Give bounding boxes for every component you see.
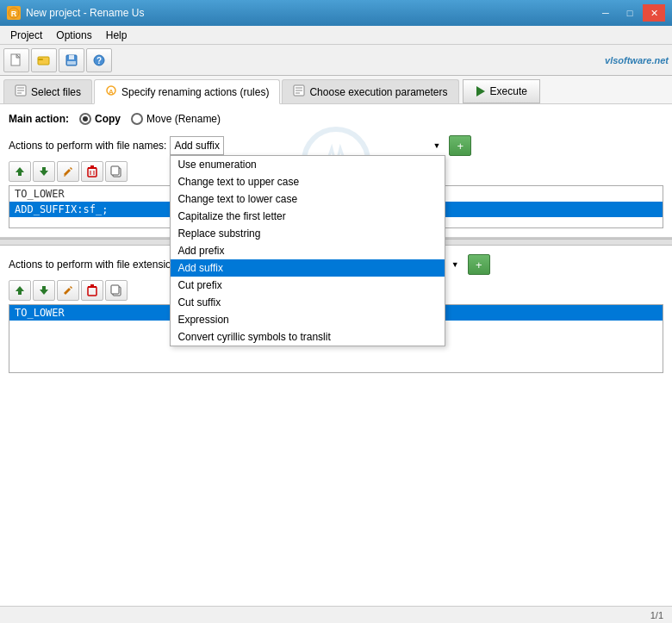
menu-help[interactable]: Help [99, 28, 134, 43]
menu-options[interactable]: Options [49, 28, 98, 43]
svg-rect-35 [18, 291, 22, 295]
svg-marker-34 [16, 286, 24, 291]
file-names-section: Actions to perform with file names: Add … [9, 135, 663, 228]
new-button[interactable] [3, 48, 29, 72]
choose-params-tab-icon [293, 84, 305, 99]
svg-rect-42 [111, 285, 119, 294]
window-controls: ─ □ ✕ [594, 4, 665, 22]
ext-edit-button[interactable] [57, 280, 79, 301]
title-bar: R New project - Rename Us ─ □ ✕ [0, 0, 672, 26]
execute-button[interactable]: Execute [463, 79, 540, 103]
upper-panel: Main action: Copy Move (Rename) Actions … [0, 104, 672, 239]
add-file-name-action-button[interactable]: + [449, 135, 471, 156]
dropdown-item-lower-case[interactable]: Change text to lower case [171, 190, 445, 208]
specify-actions-tab-icon: A [105, 84, 117, 99]
file-names-dropdown-list: Use enumeration Change text to upper cas… [170, 155, 445, 346]
svg-text:A: A [109, 88, 114, 96]
dropdown-item-replace[interactable]: Replace substring [171, 225, 445, 242]
svg-rect-8 [67, 61, 76, 65]
svg-rect-37 [42, 286, 46, 290]
move-radio-label: Move (Rename) [146, 113, 221, 125]
copy-radio-dot [79, 113, 91, 125]
status-text: 1/1 [650, 610, 663, 620]
select-files-tab-icon [15, 84, 27, 99]
ext-delete-button[interactable] [81, 280, 103, 301]
minimize-button[interactable]: ─ [594, 4, 617, 22]
move-up-button[interactable] [9, 161, 31, 182]
move-radio[interactable]: Move (Rename) [131, 113, 221, 125]
svg-rect-4 [38, 57, 49, 65]
toolbar: ? vlsoftware.net [0, 45, 672, 76]
svg-text:?: ? [96, 56, 102, 65]
file-names-section-label: Actions to perform with file names: [9, 140, 166, 152]
move-radio-dot [131, 113, 143, 125]
ext-copy-button[interactable] [105, 280, 128, 301]
copy-radio[interactable]: Copy [79, 113, 121, 125]
svg-marker-36 [40, 290, 48, 295]
close-button[interactable]: ✕ [643, 4, 665, 22]
ext-move-down-button[interactable] [33, 280, 55, 301]
edit-action-button[interactable] [57, 161, 79, 182]
svg-rect-38 [88, 287, 96, 296]
help-button[interactable]: ? [86, 48, 112, 72]
dropdown-item-add-prefix[interactable]: Add prefix [171, 242, 445, 259]
svg-rect-33 [111, 166, 119, 175]
dropdown-item-expression[interactable]: Expression [171, 311, 445, 328]
maximize-button[interactable]: □ [619, 4, 641, 22]
menu-project[interactable]: Project [3, 28, 49, 43]
file-ext-section-label: Actions to perform with file extensions: [9, 259, 185, 271]
svg-rect-25 [42, 167, 46, 171]
move-down-button[interactable] [33, 161, 55, 182]
title-bar-left: R New project - Rename Us [7, 6, 144, 20]
tab-specify-actions[interactable]: A Specify renaming actions (rules) [94, 79, 280, 104]
window-title: New project - Rename Us [26, 7, 144, 19]
svg-rect-23 [18, 172, 22, 176]
select-files-tab-label: Select files [31, 86, 81, 98]
svg-marker-21 [476, 86, 485, 97]
dropdown-item-upper-case[interactable]: Change text to upper case [171, 173, 445, 190]
copy-action-button[interactable] [105, 161, 128, 182]
app-icon: R [7, 6, 21, 20]
svg-text:R: R [11, 9, 17, 18]
file-names-controls: Actions to perform with file names: Add … [9, 135, 663, 156]
dropdown-item-capitalize[interactable]: Capitalize the first letter [171, 208, 445, 225]
choose-params-tab-label: Choose execution parameters [309, 86, 447, 98]
file-names-dropdown-wrapper: Add suffix Use enumeration Change text t… [170, 136, 445, 155]
main-action-row: Main action: Copy Move (Rename) [9, 113, 663, 125]
dropdown-item-cyrillic[interactable]: Convert cyrillic symbols to translit [171, 328, 445, 346]
brand-label: vlsoftware.net [605, 55, 669, 65]
svg-marker-22 [16, 167, 24, 172]
status-bar: 1/1 [0, 606, 672, 623]
svg-rect-7 [69, 55, 74, 59]
add-file-ext-action-button[interactable]: + [468, 254, 490, 275]
svg-marker-24 [40, 171, 48, 176]
svg-rect-27 [88, 168, 96, 177]
menu-bar: Project Options Help [0, 26, 672, 45]
tab-select-files[interactable]: Select files [3, 79, 92, 103]
svg-rect-5 [38, 59, 43, 60]
dropdown-item-cut-prefix[interactable]: Cut prefix [171, 277, 445, 294]
delete-action-button[interactable] [81, 161, 103, 182]
ext-move-up-button[interactable] [9, 280, 31, 301]
tab-choose-params[interactable]: Choose execution parameters [282, 79, 458, 103]
file-names-dropdown[interactable]: Add suffix [170, 136, 224, 155]
dropdown-item-add-suffix[interactable]: Add suffix [171, 259, 445, 277]
nav-tabs: Select files A Specify renaming actions … [0, 76, 672, 104]
save-button[interactable] [59, 48, 84, 72]
specify-actions-tab-label: Specify renaming actions (rules) [121, 86, 269, 98]
copy-radio-label: Copy [95, 113, 121, 125]
dropdown-item-enumeration[interactable]: Use enumeration [171, 156, 445, 173]
main-action-label: Main action: [9, 113, 69, 125]
open-button[interactable] [31, 48, 57, 72]
dropdown-item-cut-suffix[interactable]: Cut suffix [171, 294, 445, 311]
